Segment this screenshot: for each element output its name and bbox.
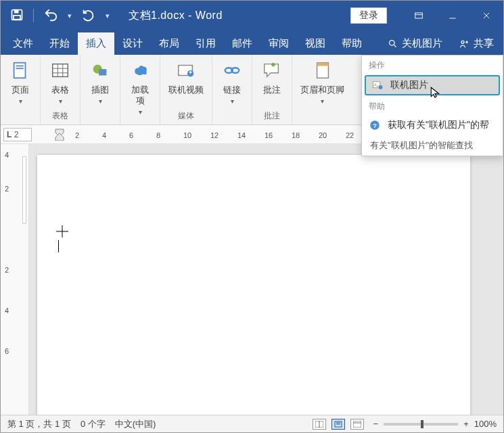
- ruler-tick: 16: [265, 131, 273, 139]
- tab-review[interactable]: 审阅: [260, 32, 297, 55]
- header-footer-button[interactable]: 页眉和页脚▾: [298, 58, 347, 107]
- ruler-tick: 10: [183, 131, 191, 139]
- minimize-icon[interactable]: [436, 1, 469, 30]
- online-video-button[interactable]: 联机视频: [166, 58, 206, 97]
- titlebar: ▾ ▾ 文档1.docx - Word 登录: [1, 1, 503, 30]
- zoom-out-icon[interactable]: −: [373, 419, 379, 429]
- tell-me-search[interactable]: 关机图片: [381, 32, 449, 55]
- tab-file[interactable]: 文件: [5, 32, 41, 55]
- svg-marker-37: [55, 133, 64, 141]
- addins-label: 加载 项: [131, 85, 149, 106]
- ruler-tick: 12: [210, 131, 219, 139]
- status-wordcount[interactable]: 0 个字: [81, 418, 106, 430]
- redo-icon[interactable]: [81, 7, 96, 24]
- ribbon-display-icon[interactable]: [402, 1, 436, 30]
- group-media-label: 媒体: [178, 110, 194, 123]
- web-layout-icon[interactable]: [350, 419, 364, 430]
- close-icon[interactable]: [469, 1, 503, 30]
- save-icon[interactable]: [10, 8, 24, 24]
- ruler-tick: 4: [102, 131, 106, 139]
- tab-home[interactable]: 开始: [41, 32, 78, 55]
- ribbon-tabs: 文件 开始 插入 设计 布局 引用 邮件 审阅 视图 帮助 关机图片 共享: [1, 30, 503, 55]
- group-links: 链接▾: [212, 55, 252, 124]
- mouse-cursor-icon: [430, 86, 442, 98]
- popup-smart-lookup-label: 有关"联机图片"的智能查找: [370, 139, 473, 152]
- svg-point-25: [178, 74, 179, 75]
- online-pictures-icon: [371, 79, 384, 91]
- vruler-tick: 2: [5, 185, 9, 193]
- online-video-label: 联机视频: [168, 85, 204, 95]
- popup-item-online-pictures[interactable]: 联机图片: [365, 75, 500, 95]
- indent-marker-icon[interactable]: [55, 129, 64, 142]
- undo-dropdown-icon[interactable]: ▾: [68, 12, 72, 20]
- help-icon: ?: [369, 119, 381, 131]
- status-page[interactable]: 第 1 页，共 1 页: [7, 418, 71, 430]
- tab-selector[interactable]: L 2: [3, 128, 32, 141]
- read-mode-icon[interactable]: [313, 419, 326, 430]
- zoom-level[interactable]: 100%: [474, 419, 497, 429]
- tab-mailings[interactable]: 邮件: [224, 32, 260, 55]
- illustrations-label: 插图: [91, 85, 109, 95]
- popup-get-help-label: 获取有关"联机图片"的帮: [388, 119, 489, 131]
- links-button[interactable]: 链接▾: [218, 58, 246, 107]
- tab-help[interactable]: 帮助: [334, 32, 370, 55]
- table-button[interactable]: 表格▾: [46, 58, 74, 107]
- popup-item-get-help[interactable]: ? 获取有关"联机图片"的帮: [362, 115, 503, 135]
- content-area: 42246: [1, 144, 503, 415]
- status-language[interactable]: 中文(中国): [115, 418, 156, 430]
- undo-icon[interactable]: [43, 7, 58, 24]
- ruler-tick: 2: [75, 131, 79, 139]
- svg-rect-21: [99, 69, 106, 75]
- zoom-control: − + 100%: [373, 419, 497, 429]
- ruler-vertical: 42246: [1, 144, 29, 415]
- tab-insert[interactable]: 插入: [78, 32, 114, 55]
- tab-references[interactable]: 引用: [187, 32, 224, 55]
- svg-point-24: [178, 70, 179, 71]
- pages-label: 页面: [12, 85, 29, 95]
- illustrations-button[interactable]: 插图▾: [86, 58, 114, 107]
- statusbar: 第 1 页，共 1 页 0 个字 中文(中国) − + 100%: [1, 415, 503, 432]
- zoom-slider[interactable]: [384, 423, 458, 426]
- ruler-tick: 18: [292, 131, 300, 139]
- document-page[interactable]: [37, 155, 470, 415]
- login-button[interactable]: 登录: [350, 7, 387, 24]
- svg-rect-45: [353, 421, 361, 428]
- table-label: 表格: [51, 85, 69, 95]
- comment-button[interactable]: 批注: [258, 58, 286, 97]
- zoom-in-icon[interactable]: +: [463, 419, 469, 429]
- popup-item-smart-lookup[interactable]: 有关"联机图片"的智能查找: [362, 135, 503, 156]
- group-tables-label: 表格: [52, 110, 68, 123]
- vruler-tick: 6: [5, 347, 9, 355]
- svg-rect-15: [53, 64, 68, 77]
- svg-line-8: [394, 45, 396, 47]
- ruler-tick: 20: [319, 131, 327, 139]
- document-viewport[interactable]: [29, 144, 503, 415]
- tell-me-popup: 操作 联机图片 帮助 ? 获取有关"联机图片"的帮 有关"联机图片"的智能查找: [361, 55, 503, 156]
- svg-rect-3: [415, 13, 423, 18]
- svg-point-26: [191, 66, 193, 67]
- tab-design[interactable]: 设计: [114, 32, 151, 55]
- svg-rect-12: [14, 63, 26, 78]
- page-icon: [9, 59, 32, 82]
- svg-point-23: [178, 66, 179, 67]
- tab-layout[interactable]: 布局: [151, 32, 187, 55]
- header-footer-icon: [311, 59, 334, 82]
- pages-button[interactable]: 页面▾: [6, 58, 35, 107]
- svg-rect-14: [16, 68, 23, 69]
- tab-view[interactable]: 视图: [297, 32, 334, 55]
- share-button[interactable]: 共享: [449, 32, 503, 55]
- svg-point-9: [461, 41, 464, 43]
- header-footer-label: 页眉和页脚: [300, 85, 344, 95]
- ruler-tick: 8: [156, 131, 160, 139]
- popup-help-label: 帮助: [362, 97, 503, 115]
- search-icon: [388, 39, 398, 49]
- video-icon: [175, 59, 198, 82]
- text-cursor: [56, 225, 68, 252]
- share-icon: [459, 39, 469, 49]
- print-layout-icon[interactable]: [331, 419, 345, 430]
- shapes-icon: [89, 59, 112, 82]
- qat-customize-icon[interactable]: ▾: [106, 12, 110, 20]
- addins-button[interactable]: 加载 项 ▾: [126, 58, 154, 117]
- vruler-tick: 4: [5, 306, 9, 315]
- ruler-tick: 6: [129, 131, 133, 139]
